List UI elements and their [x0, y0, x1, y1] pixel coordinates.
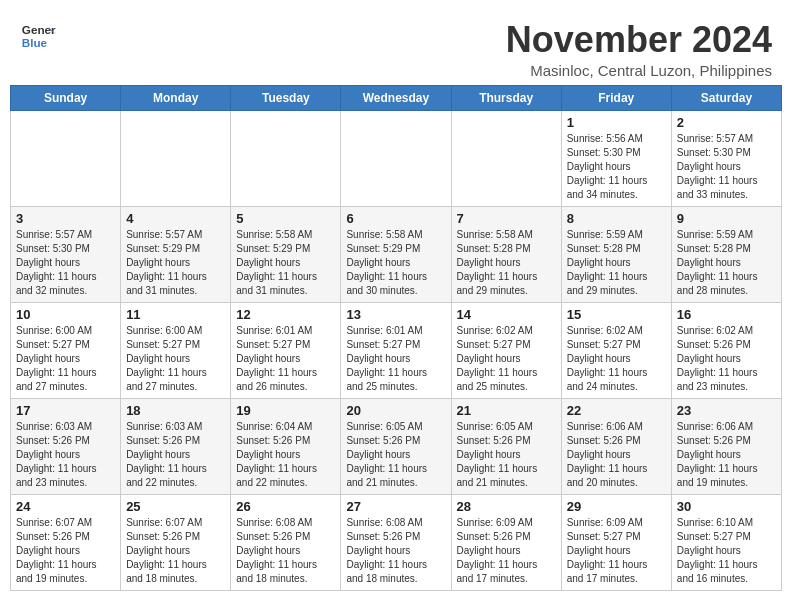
calendar-cell	[121, 110, 231, 206]
day-info: Sunrise: 6:03 AMSunset: 5:26 PMDaylight …	[126, 420, 225, 490]
day-number: 18	[126, 403, 225, 418]
day-info: Sunrise: 6:00 AMSunset: 5:27 PMDaylight …	[126, 324, 225, 394]
calendar-week-row: 24Sunrise: 6:07 AMSunset: 5:26 PMDayligh…	[11, 494, 782, 590]
day-info: Sunrise: 6:06 AMSunset: 5:26 PMDaylight …	[677, 420, 776, 490]
calendar-week-row: 1Sunrise: 5:56 AMSunset: 5:30 PMDaylight…	[11, 110, 782, 206]
calendar-cell: 14Sunrise: 6:02 AMSunset: 5:27 PMDayligh…	[451, 302, 561, 398]
day-number: 14	[457, 307, 556, 322]
day-number: 9	[677, 211, 776, 226]
day-info: Sunrise: 5:57 AMSunset: 5:30 PMDaylight …	[16, 228, 115, 298]
day-info: Sunrise: 6:09 AMSunset: 5:26 PMDaylight …	[457, 516, 556, 586]
day-number: 26	[236, 499, 335, 514]
calendar-cell: 16Sunrise: 6:02 AMSunset: 5:26 PMDayligh…	[671, 302, 781, 398]
calendar-cell: 5Sunrise: 5:58 AMSunset: 5:29 PMDaylight…	[231, 206, 341, 302]
weekday-header-thursday: Thursday	[451, 85, 561, 110]
calendar-cell: 23Sunrise: 6:06 AMSunset: 5:26 PMDayligh…	[671, 398, 781, 494]
day-info: Sunrise: 6:04 AMSunset: 5:26 PMDaylight …	[236, 420, 335, 490]
day-number: 15	[567, 307, 666, 322]
calendar-cell: 1Sunrise: 5:56 AMSunset: 5:30 PMDaylight…	[561, 110, 671, 206]
day-number: 29	[567, 499, 666, 514]
calendar-cell: 24Sunrise: 6:07 AMSunset: 5:26 PMDayligh…	[11, 494, 121, 590]
day-info: Sunrise: 6:02 AMSunset: 5:26 PMDaylight …	[677, 324, 776, 394]
calendar-cell	[341, 110, 451, 206]
day-info: Sunrise: 6:00 AMSunset: 5:27 PMDaylight …	[16, 324, 115, 394]
day-number: 24	[16, 499, 115, 514]
day-number: 16	[677, 307, 776, 322]
calendar-cell: 26Sunrise: 6:08 AMSunset: 5:26 PMDayligh…	[231, 494, 341, 590]
calendar-cell: 30Sunrise: 6:10 AMSunset: 5:27 PMDayligh…	[671, 494, 781, 590]
day-info: Sunrise: 5:58 AMSunset: 5:29 PMDaylight …	[346, 228, 445, 298]
calendar-week-row: 17Sunrise: 6:03 AMSunset: 5:26 PMDayligh…	[11, 398, 782, 494]
day-info: Sunrise: 5:58 AMSunset: 5:29 PMDaylight …	[236, 228, 335, 298]
calendar-table: SundayMondayTuesdayWednesdayThursdayFrid…	[10, 85, 782, 591]
calendar-cell: 12Sunrise: 6:01 AMSunset: 5:27 PMDayligh…	[231, 302, 341, 398]
page-header: General Blue November 2024 Masinloc, Cen…	[10, 10, 782, 85]
calendar-cell: 2Sunrise: 5:57 AMSunset: 5:30 PMDaylight…	[671, 110, 781, 206]
calendar-cell: 20Sunrise: 6:05 AMSunset: 5:26 PMDayligh…	[341, 398, 451, 494]
day-info: Sunrise: 6:10 AMSunset: 5:27 PMDaylight …	[677, 516, 776, 586]
day-number: 27	[346, 499, 445, 514]
calendar-cell: 19Sunrise: 6:04 AMSunset: 5:26 PMDayligh…	[231, 398, 341, 494]
day-info: Sunrise: 6:07 AMSunset: 5:26 PMDaylight …	[16, 516, 115, 586]
calendar-cell: 4Sunrise: 5:57 AMSunset: 5:29 PMDaylight…	[121, 206, 231, 302]
day-number: 20	[346, 403, 445, 418]
calendar-cell: 3Sunrise: 5:57 AMSunset: 5:30 PMDaylight…	[11, 206, 121, 302]
day-number: 2	[677, 115, 776, 130]
logo: General Blue	[20, 20, 56, 56]
weekday-header-sunday: Sunday	[11, 85, 121, 110]
day-number: 3	[16, 211, 115, 226]
weekday-header-friday: Friday	[561, 85, 671, 110]
day-number: 19	[236, 403, 335, 418]
location-subtitle: Masinloc, Central Luzon, Philippines	[506, 62, 772, 79]
day-info: Sunrise: 6:09 AMSunset: 5:27 PMDaylight …	[567, 516, 666, 586]
day-info: Sunrise: 5:58 AMSunset: 5:28 PMDaylight …	[457, 228, 556, 298]
day-number: 7	[457, 211, 556, 226]
day-number: 23	[677, 403, 776, 418]
calendar-cell: 8Sunrise: 5:59 AMSunset: 5:28 PMDaylight…	[561, 206, 671, 302]
day-info: Sunrise: 5:57 AMSunset: 5:30 PMDaylight …	[677, 132, 776, 202]
day-number: 13	[346, 307, 445, 322]
calendar-cell: 21Sunrise: 6:05 AMSunset: 5:26 PMDayligh…	[451, 398, 561, 494]
day-number: 22	[567, 403, 666, 418]
calendar-cell	[11, 110, 121, 206]
calendar-cell: 6Sunrise: 5:58 AMSunset: 5:29 PMDaylight…	[341, 206, 451, 302]
calendar-cell: 7Sunrise: 5:58 AMSunset: 5:28 PMDaylight…	[451, 206, 561, 302]
weekday-header-tuesday: Tuesday	[231, 85, 341, 110]
calendar-cell: 10Sunrise: 6:00 AMSunset: 5:27 PMDayligh…	[11, 302, 121, 398]
day-number: 4	[126, 211, 225, 226]
calendar-cell: 25Sunrise: 6:07 AMSunset: 5:26 PMDayligh…	[121, 494, 231, 590]
day-info: Sunrise: 6:05 AMSunset: 5:26 PMDaylight …	[457, 420, 556, 490]
day-info: Sunrise: 5:59 AMSunset: 5:28 PMDaylight …	[567, 228, 666, 298]
weekday-header-monday: Monday	[121, 85, 231, 110]
weekday-header-wednesday: Wednesday	[341, 85, 451, 110]
day-info: Sunrise: 6:08 AMSunset: 5:26 PMDaylight …	[346, 516, 445, 586]
day-number: 28	[457, 499, 556, 514]
calendar-week-row: 10Sunrise: 6:00 AMSunset: 5:27 PMDayligh…	[11, 302, 782, 398]
calendar-cell: 9Sunrise: 5:59 AMSunset: 5:28 PMDaylight…	[671, 206, 781, 302]
day-info: Sunrise: 5:56 AMSunset: 5:30 PMDaylight …	[567, 132, 666, 202]
calendar-cell: 27Sunrise: 6:08 AMSunset: 5:26 PMDayligh…	[341, 494, 451, 590]
weekday-header-saturday: Saturday	[671, 85, 781, 110]
day-info: Sunrise: 6:03 AMSunset: 5:26 PMDaylight …	[16, 420, 115, 490]
title-block: November 2024 Masinloc, Central Luzon, P…	[506, 20, 772, 79]
logo-icon: General Blue	[20, 20, 56, 56]
day-number: 12	[236, 307, 335, 322]
calendar-cell: 17Sunrise: 6:03 AMSunset: 5:26 PMDayligh…	[11, 398, 121, 494]
day-info: Sunrise: 6:02 AMSunset: 5:27 PMDaylight …	[567, 324, 666, 394]
calendar-cell: 15Sunrise: 6:02 AMSunset: 5:27 PMDayligh…	[561, 302, 671, 398]
calendar-week-row: 3Sunrise: 5:57 AMSunset: 5:30 PMDaylight…	[11, 206, 782, 302]
day-number: 11	[126, 307, 225, 322]
day-number: 6	[346, 211, 445, 226]
day-info: Sunrise: 5:59 AMSunset: 5:28 PMDaylight …	[677, 228, 776, 298]
day-info: Sunrise: 6:07 AMSunset: 5:26 PMDaylight …	[126, 516, 225, 586]
day-info: Sunrise: 6:01 AMSunset: 5:27 PMDaylight …	[236, 324, 335, 394]
day-number: 5	[236, 211, 335, 226]
day-number: 10	[16, 307, 115, 322]
month-year-title: November 2024	[506, 20, 772, 60]
day-info: Sunrise: 6:06 AMSunset: 5:26 PMDaylight …	[567, 420, 666, 490]
day-number: 1	[567, 115, 666, 130]
day-info: Sunrise: 6:02 AMSunset: 5:27 PMDaylight …	[457, 324, 556, 394]
calendar-cell: 28Sunrise: 6:09 AMSunset: 5:26 PMDayligh…	[451, 494, 561, 590]
svg-text:Blue: Blue	[22, 36, 48, 49]
calendar-cell: 11Sunrise: 6:00 AMSunset: 5:27 PMDayligh…	[121, 302, 231, 398]
